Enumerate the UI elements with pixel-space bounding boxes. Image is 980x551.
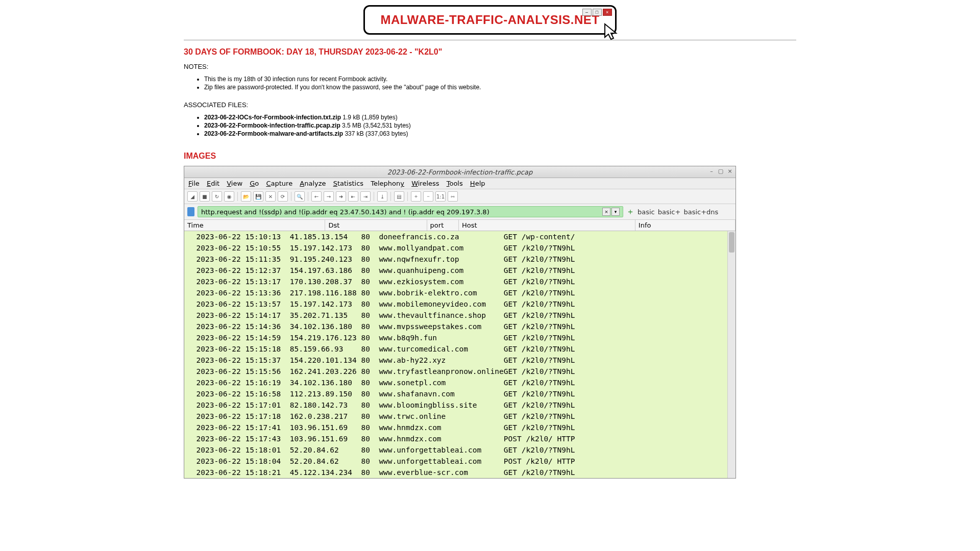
- column-time[interactable]: Time: [184, 220, 325, 231]
- start-capture-icon[interactable]: ◢: [187, 191, 198, 202]
- filter-preset-basic[interactable]: basic: [638, 208, 655, 216]
- maximize-icon[interactable]: ▢: [717, 168, 724, 174]
- toolbar-separator: [374, 192, 374, 201]
- packet-row[interactable]: 2023-06-22 15:14:59 154.219.176.123 80 w…: [184, 332, 727, 343]
- images-heading: IMAGES: [184, 152, 796, 161]
- notes-list: This the is my 18th of 30 infection runs…: [184, 76, 796, 91]
- scrollbar-thumb[interactable]: [729, 232, 734, 253]
- menu-tools[interactable]: Tools: [447, 180, 463, 187]
- save-icon[interactable]: 💾: [253, 191, 263, 202]
- column-host[interactable]: Host: [459, 220, 635, 231]
- menu-capture[interactable]: Capture: [266, 180, 292, 187]
- column-dst[interactable]: Dst: [325, 220, 427, 231]
- wireshark-column-headers: Time Dst port Host Info: [184, 220, 736, 231]
- filter-add-icon[interactable]: ＋: [626, 207, 634, 217]
- toolbar-separator: [407, 192, 408, 201]
- go-first-icon[interactable]: ⇤: [348, 191, 358, 202]
- options-icon[interactable]: ◉: [224, 191, 234, 202]
- packet-row[interactable]: 2023-06-22 15:10:55 15.197.142.173 80 ww…: [184, 242, 727, 254]
- filter-preset-basicplus[interactable]: basic+: [658, 208, 681, 216]
- toolbar-separator: [390, 192, 391, 201]
- close-icon[interactable]: ×: [726, 168, 733, 174]
- filter-bookmark-icon[interactable]: [187, 207, 194, 216]
- menu-analyze[interactable]: Analyze: [300, 180, 326, 187]
- logo-min-icon: –: [582, 9, 592, 16]
- scrollbar[interactable]: [727, 231, 736, 478]
- menu-statistics[interactable]: Statistics: [333, 180, 363, 187]
- reload-icon[interactable]: ⟳: [278, 191, 288, 202]
- file-meta: 1.9 kB (1,859 bytes): [341, 114, 398, 121]
- wireshark-title: 2023-06-22-Formbook-infection-traffic.pc…: [387, 168, 532, 176]
- file-link[interactable]: 2023-06-22-Formbook-infection-traffic.pc…: [204, 122, 340, 129]
- zoom-out-icon[interactable]: －: [423, 191, 433, 202]
- filter-apply-icon[interactable]: ▾: [611, 208, 620, 216]
- logo-max-icon: □: [593, 9, 602, 16]
- packet-row[interactable]: 2023-06-22 15:18:21 45.122.134.234 80 ww…: [184, 467, 727, 478]
- open-icon[interactable]: 📂: [241, 191, 251, 202]
- find-icon[interactable]: 🔍: [295, 191, 305, 202]
- file-meta: 337 kB (337,063 bytes): [343, 130, 408, 137]
- associated-files-label: ASSOCIATED FILES:: [184, 101, 796, 109]
- colorize-icon[interactable]: ▤: [394, 191, 404, 202]
- menu-go[interactable]: Go: [250, 180, 259, 187]
- packet-row[interactable]: 2023-06-22 15:13:57 15.197.142.173 80 ww…: [184, 298, 727, 310]
- stop-capture-icon[interactable]: ■: [200, 191, 210, 202]
- file-link[interactable]: 2023-06-22-Formbook-malware-and-artifact…: [204, 130, 343, 137]
- go-to-packet-icon[interactable]: ➜: [336, 191, 346, 202]
- packet-list[interactable]: 2023-06-22 15:10:13 41.185.13.154 80 don…: [184, 231, 727, 478]
- filter-preset-basicdns[interactable]: basic+dns: [683, 208, 718, 216]
- close-file-icon[interactable]: ✕: [265, 191, 276, 202]
- packet-row[interactable]: 2023-06-22 15:13:36 217.198.116.188 80 w…: [184, 287, 727, 298]
- go-last-icon[interactable]: ⇥: [360, 191, 371, 202]
- packet-row[interactable]: 2023-06-22 15:18:04 52.20.84.62 80 www.u…: [184, 456, 727, 467]
- file-link[interactable]: 2023-06-22-IOCs-for-Formbook-infection.t…: [204, 114, 341, 121]
- packet-row[interactable]: 2023-06-22 15:15:37 154.220.101.134 80 w…: [184, 355, 727, 366]
- packet-row[interactable]: 2023-06-22 15:14:36 34.102.136.180 80 ww…: [184, 321, 727, 332]
- zoom-in-icon[interactable]: ＋: [411, 191, 421, 202]
- packet-row[interactable]: 2023-06-22 15:17:41 103.96.151.69 80 www…: [184, 422, 727, 433]
- packet-row[interactable]: 2023-06-22 15:14:17 35.202.71.135 80 www…: [184, 310, 727, 321]
- resize-columns-icon[interactable]: ⇿: [448, 191, 458, 202]
- wireshark-filterbar: http.request and !(ssdp) and !(ip.addr e…: [184, 204, 736, 220]
- packet-row[interactable]: 2023-06-22 15:10:13 41.185.13.154 80 don…: [184, 231, 727, 242]
- packet-row[interactable]: 2023-06-22 15:15:56 162.241.203.226 80 w…: [184, 366, 727, 377]
- packet-row[interactable]: 2023-06-22 15:11:35 91.195.240.123 80 ww…: [184, 254, 727, 265]
- list-item: Zip files are password-protected. If you…: [204, 84, 796, 91]
- column-port[interactable]: port: [427, 220, 459, 231]
- toolbar-separator: [291, 192, 291, 201]
- packet-row[interactable]: 2023-06-22 15:16:58 112.213.89.150 80 ww…: [184, 388, 727, 399]
- menu-wireless[interactable]: Wireless: [411, 180, 439, 187]
- zoom-reset-icon[interactable]: 1:1: [435, 191, 446, 202]
- menu-telephony[interactable]: Telephony: [371, 180, 404, 187]
- packet-row[interactable]: 2023-06-22 15:17:01 82.180.142.73 80 www…: [184, 399, 727, 411]
- menu-file[interactable]: File: [188, 180, 200, 187]
- autoscroll-icon[interactable]: ⤓: [377, 191, 387, 202]
- menu-edit[interactable]: Edit: [207, 180, 219, 187]
- list-item: 2023-06-22-Formbook-infection-traffic.pc…: [204, 122, 796, 129]
- logo-text: MALWARE-TRAFFIC-ANALYSIS.NET: [380, 13, 599, 27]
- packet-row[interactable]: 2023-06-22 15:16:19 34.102.136.180 80 ww…: [184, 377, 727, 388]
- packet-row[interactable]: 2023-06-22 15:17:18 162.0.238.217 80 www…: [184, 411, 727, 422]
- column-info[interactable]: Info: [635, 220, 736, 231]
- list-item: This the is my 18th of 30 infection runs…: [204, 76, 796, 83]
- filter-text: http.request and !(ssdp) and !(ip.addr e…: [201, 208, 489, 216]
- logo-close-icon: ×: [603, 9, 612, 16]
- go-back-icon[interactable]: ←: [311, 191, 322, 202]
- menu-help[interactable]: Help: [470, 180, 485, 187]
- menu-view[interactable]: View: [227, 180, 242, 187]
- restart-capture-icon[interactable]: ↻: [212, 191, 222, 202]
- toolbar-separator: [237, 192, 238, 201]
- filter-clear-icon[interactable]: ×: [602, 208, 610, 216]
- packet-row[interactable]: 2023-06-22 15:17:43 103.96.151.69 80 www…: [184, 433, 727, 444]
- minimize-icon[interactable]: –: [708, 168, 715, 174]
- display-filter-input[interactable]: http.request and !(ssdp) and !(ip.addr e…: [198, 206, 623, 217]
- page-title: 30 DAYS OF FORMBOOK: DAY 18, THURSDAY 20…: [184, 47, 796, 57]
- packet-row[interactable]: 2023-06-22 15:12:37 154.197.63.186 80 ww…: [184, 265, 727, 276]
- site-logo[interactable]: – □ × MALWARE-TRAFFIC-ANALYSIS.NET: [184, 0, 796, 40]
- packet-row[interactable]: 2023-06-22 15:15:18 85.159.66.93 80 www.…: [184, 343, 727, 355]
- toolbar-separator: [308, 192, 308, 201]
- packet-row[interactable]: 2023-06-22 15:18:01 52.20.84.62 80 www.u…: [184, 444, 727, 456]
- wireshark-titlebar: 2023-06-22-Formbook-infection-traffic.pc…: [184, 166, 736, 178]
- packet-row[interactable]: 2023-06-22 15:13:17 170.130.208.37 80 ww…: [184, 276, 727, 287]
- go-forward-icon[interactable]: →: [324, 191, 334, 202]
